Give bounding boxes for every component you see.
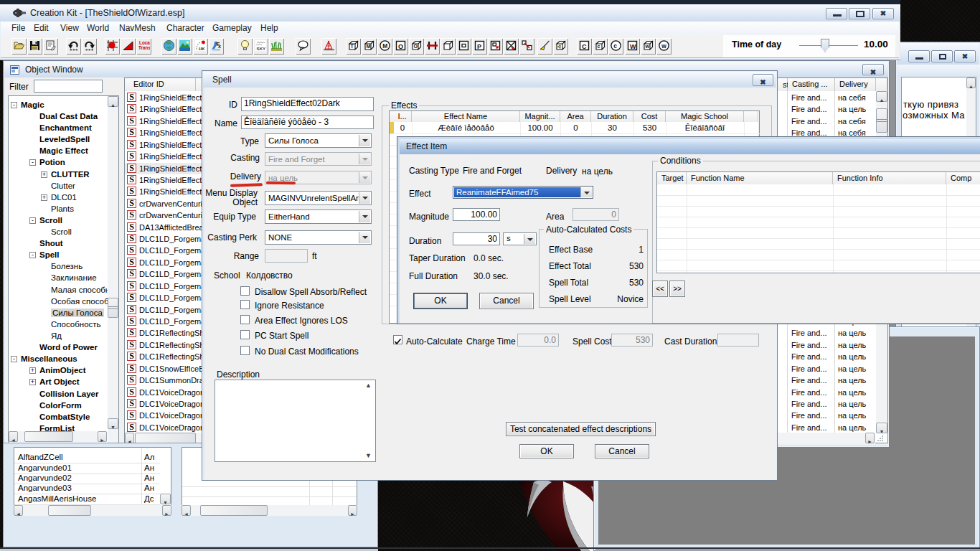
svg-text:Local: Local xyxy=(139,40,150,45)
svg-text:P: P xyxy=(477,43,481,50)
svg-text:O: O xyxy=(398,43,403,50)
svg-text:HK: HK xyxy=(199,47,205,51)
svg-text:W: W xyxy=(630,43,636,50)
svg-text:w: w xyxy=(661,42,666,50)
svg-text:c: c xyxy=(598,44,600,49)
svg-text:C: C xyxy=(582,43,587,50)
svg-text:T: T xyxy=(351,44,354,49)
svg-text:w: w xyxy=(645,44,650,49)
svg-text:M: M xyxy=(367,44,371,49)
svg-text:M: M xyxy=(382,42,387,50)
svg-text:c: c xyxy=(613,42,617,50)
svg-text:Trans: Trans xyxy=(138,45,150,50)
svg-text:SKY: SKY xyxy=(257,46,267,51)
svg-text:O: O xyxy=(414,44,418,49)
svg-text:x: x xyxy=(218,44,221,49)
